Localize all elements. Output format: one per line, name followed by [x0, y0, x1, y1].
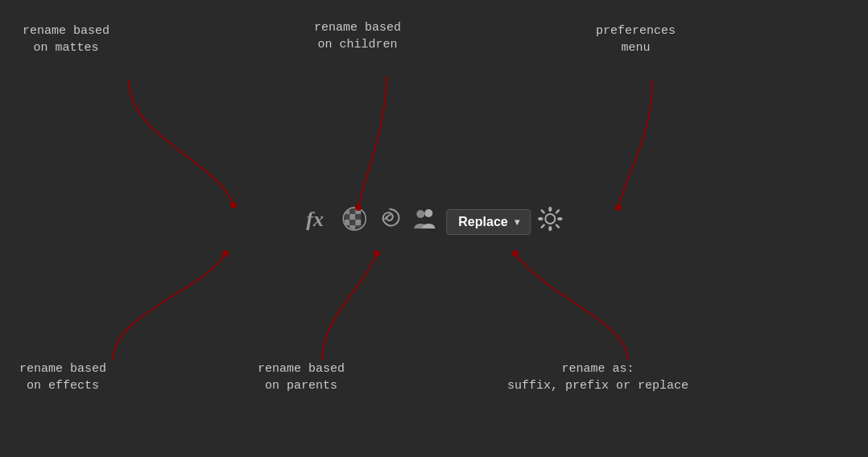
svg-point-16 [424, 209, 432, 217]
svg-point-15 [416, 210, 424, 218]
svg-rect-6 [344, 214, 349, 220]
svg-text:fx: fx [306, 208, 324, 231]
annotation-bottom-left: rename based on effects [19, 360, 106, 394]
svg-rect-4 [349, 208, 355, 214]
replace-label: Replace [458, 215, 507, 229]
annotation-bottom-center: rename based on parents [258, 360, 345, 394]
toolbar: fx [304, 204, 563, 240]
svg-point-22 [512, 250, 519, 257]
swirl-icon[interactable] [375, 206, 404, 238]
fx-icon[interactable]: fx [304, 204, 333, 240]
annotation-top-left: rename based on mattes [23, 23, 110, 56]
chevron-icon: ▾ [515, 216, 519, 228]
svg-rect-8 [355, 214, 361, 220]
annotation-bottom-right: rename as: suffix, prefix or replace [507, 360, 688, 394]
svg-point-21 [374, 250, 380, 257]
annotation-top-right: preferences menu [596, 23, 676, 56]
gear-icon[interactable] [538, 206, 564, 238]
people-icon[interactable] [411, 206, 440, 238]
svg-point-20 [222, 250, 229, 257]
svg-rect-7 [349, 214, 355, 220]
annotation-top-center: rename based on children [314, 19, 401, 53]
svg-rect-10 [349, 220, 355, 225]
svg-rect-11 [355, 220, 361, 225]
svg-point-19 [615, 204, 622, 211]
replace-button[interactable]: Replace ▾ [446, 209, 531, 235]
svg-point-17 [230, 202, 237, 208]
checkerboard-icon[interactable] [340, 206, 369, 238]
